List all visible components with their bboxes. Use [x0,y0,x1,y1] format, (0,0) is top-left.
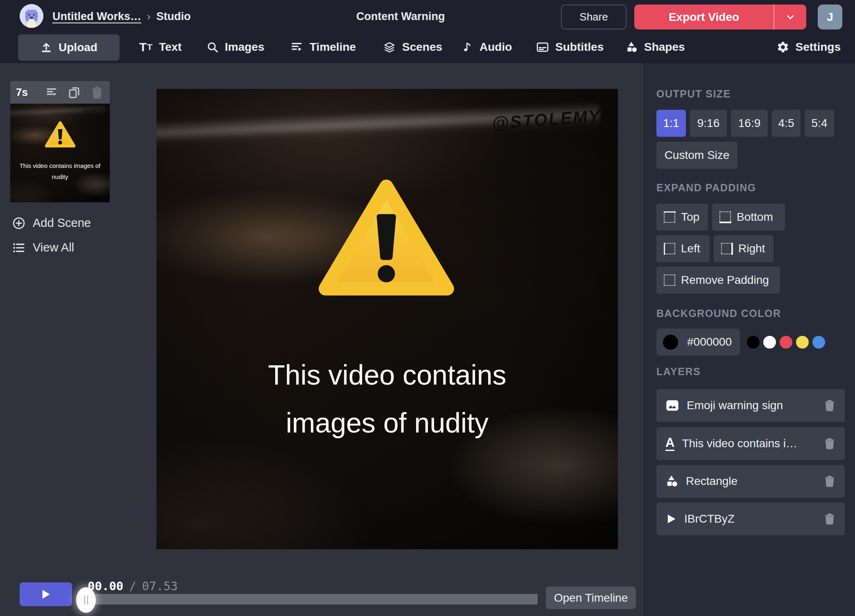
shapes-icon [626,41,638,53]
tab-scenes[interactable]: Scenes [383,33,442,61]
scene-card[interactable]: 7s @STOLEMYLEA [10,81,110,202]
tab-audio[interactable]: Audio [462,33,512,61]
scene-card-header: 7s [10,81,110,104]
reorder-scene-icon[interactable] [45,85,59,100]
layer-row-emoji[interactable]: Emoji warning sign [656,389,845,422]
user-avatar[interactable]: J [818,5,842,29]
timecode: 00.00 / 07.53 [88,579,178,593]
background-color-value: #000000 [687,335,732,349]
tab-subtitles[interactable]: Subtitles [536,33,604,61]
scrubber-track[interactable] [79,594,538,605]
thumbnail-vignette [10,104,110,202]
pad-left-icon [664,243,675,254]
tab-text[interactable]: TT Text [139,33,182,61]
breadcrumb-chevron: › [147,10,151,23]
scene-thumbnail[interactable]: @STOLEMYLEA This video contains images o… [10,104,110,202]
pad-bottom-button[interactable]: Bottom [712,204,785,231]
swatch-white[interactable] [763,336,776,349]
settings-label: Settings [796,41,841,54]
tab-images[interactable]: Images [206,33,265,61]
delete-layer-icon[interactable] [823,475,836,488]
pad-left-button[interactable]: Left [656,235,710,262]
ratio-16-9-button[interactable]: 16:9 [731,110,768,137]
subtitles-icon [536,41,549,53]
delete-layer-icon[interactable] [823,437,836,450]
view-all-button[interactable]: View All [12,241,74,254]
play-button[interactable] [20,582,72,606]
video-canvas[interactable]: @STOLEMYLEA This video contains images o… [156,89,618,549]
scene-duration: 7s [16,86,36,99]
canvas-vignette [156,89,618,549]
delete-layer-icon[interactable] [823,399,836,412]
swatch-blue[interactable] [812,336,825,349]
tab-shapes[interactable]: Shapes [626,33,685,61]
output-size-label: OUTPUT SIZE [656,88,731,100]
tab-timeline[interactable]: Timeline [290,33,356,61]
ratio-1-1-button[interactable]: 1:1 [656,110,686,137]
tab-shapes-label: Shapes [644,41,685,54]
pad-right-icon [721,243,733,254]
swatch-red[interactable] [780,336,792,349]
tab-timeline-label: Timeline [310,41,356,54]
remove-padding-button[interactable]: Remove Padding [656,267,780,294]
add-scene-button[interactable]: Add Scene [12,216,91,230]
kapwing-cat-logo[interactable] [20,4,43,28]
music-note-icon [462,41,473,53]
background-color-picker[interactable]: #000000 [656,328,740,356]
export-video-button[interactable]: Export Video [634,5,806,29]
tab-scenes-label: Scenes [402,41,442,54]
chevron-down-icon [785,12,796,23]
layer-row-video[interactable]: IBrCTByZ [656,503,845,535]
expand-padding-label: EXPAND PADDING [656,182,756,194]
thumbnail-caption: This video contains images of nudity [18,160,103,182]
caption-text-layer[interactable]: This video contains images of nudity [156,351,618,447]
circle-plus-icon [12,217,25,230]
ratio-4-5-button[interactable]: 4:5 [772,110,801,137]
pad-bottom-icon [719,211,731,223]
timeline-icon [290,41,303,53]
scrubber-handle[interactable] [76,587,96,613]
share-button[interactable]: Share [561,5,627,29]
layer-label: Rectangle [686,475,816,488]
tab-images-label: Images [225,41,265,54]
project-title[interactable]: Content Warning [356,0,445,33]
time-separator: / [129,579,136,593]
delete-layer-icon[interactable] [823,512,836,525]
image-icon [665,399,679,412]
ratio-5-4-button[interactable]: 5:4 [805,110,834,137]
studio-label: Studio [156,10,191,23]
layer-row-rectangle[interactable]: Rectangle [656,465,845,498]
play-icon [665,513,677,525]
color-swatches [747,336,825,349]
delete-scene-icon[interactable] [90,85,104,100]
settings-button[interactable]: Settings [776,33,841,61]
layer-row-text[interactable]: A This video contains i… [656,427,845,460]
layers-label: LAYERS [656,366,701,378]
duplicate-scene-icon[interactable] [67,85,81,100]
list-icon [12,241,25,254]
workspace-name-link[interactable]: Untitled Works… [52,10,141,23]
search-icon [206,41,219,53]
export-video-label: Export Video [634,11,774,24]
pad-bottom-label: Bottom [737,211,773,224]
ratio-9-16-button[interactable]: 9:16 [690,110,727,137]
export-options-button[interactable] [774,12,806,23]
tab-upload-label: Upload [59,41,97,54]
swatch-yellow[interactable] [796,336,809,349]
custom-size-button[interactable]: Custom Size [656,142,737,169]
remove-padding-label: Remove Padding [681,274,769,287]
open-timeline-button[interactable]: Open Timeline [546,587,636,609]
pad-right-label: Right [738,242,765,255]
caption-line-1: This video contains [156,351,618,399]
background-color-label: BACKGROUND COLOR [656,308,781,319]
text-layer-icon: A [665,436,674,451]
pad-right-button[interactable]: Right [714,235,774,262]
swatch-black[interactable] [747,336,760,349]
gear-icon [776,41,789,54]
tab-upload[interactable]: Upload [18,34,120,61]
warning-triangle-layer[interactable] [317,177,455,299]
pad-top-button[interactable]: Top [656,204,708,231]
thumbnail-warning-triangle-icon [45,121,76,148]
shapes-icon [665,475,679,488]
play-icon [41,589,51,600]
